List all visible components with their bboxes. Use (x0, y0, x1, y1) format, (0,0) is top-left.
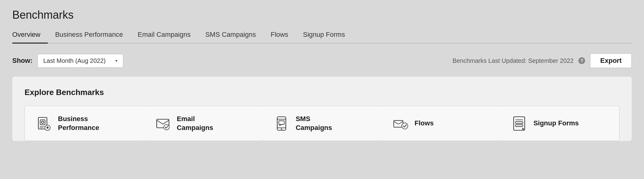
show-group: Show: Last Month (Aug 2022) ▾ (12, 54, 123, 68)
tabs-bar: Overview Business Performance Email Camp… (12, 28, 632, 44)
benchmark-item-business-performance[interactable]: BusinessPerformance (25, 106, 144, 141)
sms-campaigns-icon (274, 116, 289, 131)
benchmark-item-label-flows: Flows (415, 119, 434, 128)
page-wrapper: Benchmarks Overview Business Performance… (0, 0, 644, 141)
page-title: Benchmarks (12, 9, 632, 21)
benchmark-item-label-signup-forms: Signup Forms (533, 119, 579, 128)
benchmark-item-label-email-campaigns: EmailCampaigns (177, 115, 213, 132)
explore-benchmarks-card: Explore Benchmarks (12, 77, 632, 141)
benchmark-item-sms-campaigns[interactable]: SMSCampaigns (263, 106, 382, 141)
svg-rect-15 (516, 122, 523, 124)
right-controls: Benchmarks Last Updated: September 2022 … (453, 53, 632, 68)
help-icon[interactable]: ? (578, 57, 585, 64)
date-range-dropdown[interactable]: Last Month (Aug 2022) ▾ (37, 54, 123, 68)
email-campaigns-icon (155, 116, 171, 131)
signup-forms-icon (511, 116, 527, 131)
svg-rect-16 (516, 125, 523, 127)
business-performance-icon (36, 116, 52, 131)
controls-row: Show: Last Month (Aug 2022) ▾ Benchmarks… (12, 44, 632, 77)
tab-business-performance[interactable]: Business Performance (48, 28, 130, 43)
tab-sms-campaigns[interactable]: SMS Campaigns (198, 28, 263, 43)
tab-signup-forms[interactable]: Signup Forms (296, 28, 352, 43)
svg-point-12 (402, 123, 408, 129)
tab-overview[interactable]: Overview (12, 28, 48, 43)
show-label: Show: (12, 57, 33, 65)
benchmark-item-email-campaigns[interactable]: EmailCampaigns (144, 106, 263, 141)
svg-point-10 (281, 128, 282, 130)
flows-icon (393, 116, 408, 131)
explore-benchmarks-title: Explore Benchmarks (25, 88, 619, 97)
tab-flows[interactable]: Flows (263, 28, 296, 43)
page-header: Benchmarks Overview Business Performance… (12, 0, 632, 44)
benchmark-item-label-business-performance: BusinessPerformance (58, 115, 99, 132)
benchmark-item-label-sms-campaigns: SMSCampaigns (296, 115, 332, 132)
benchmark-item-signup-forms[interactable]: Signup Forms (500, 106, 619, 141)
benchmarks-updated-text: Benchmarks Last Updated: September 2022 (453, 57, 574, 64)
benchmark-item-flows[interactable]: Flows (381, 106, 501, 141)
svg-rect-1 (40, 120, 45, 125)
tab-email-campaigns[interactable]: Email Campaigns (130, 28, 198, 43)
export-button[interactable]: Export (590, 53, 632, 68)
chevron-down-icon: ▾ (115, 58, 117, 63)
svg-rect-9 (279, 121, 284, 124)
benchmark-items-row: BusinessPerformance EmailCampaigns (25, 106, 619, 141)
dropdown-value: Last Month (Aug 2022) (43, 57, 105, 64)
